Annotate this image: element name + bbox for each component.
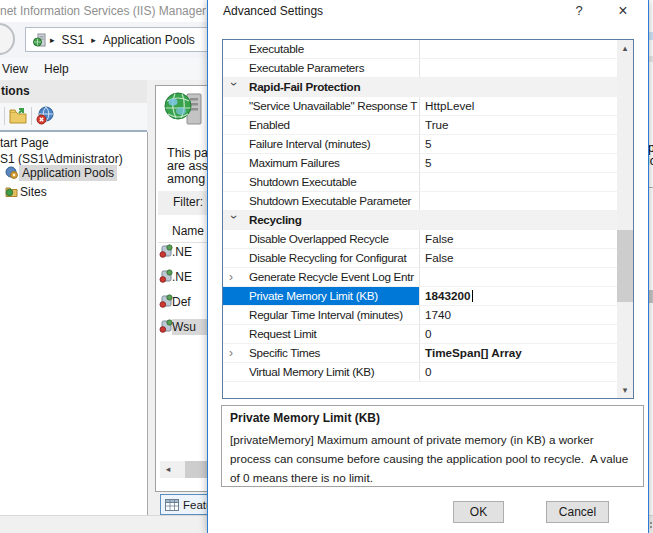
settings-row[interactable]: Executable: [223, 40, 617, 59]
setting-name: Private Memory Limit (KB): [249, 287, 419, 305]
settings-row[interactable]: Request Limit0: [223, 325, 617, 344]
list-item-app-pool[interactable]: .NE: [172, 244, 192, 260]
setting-value[interactable]: [609, 78, 617, 96]
connections-panel-title: tions: [1, 84, 30, 98]
settings-row[interactable]: Executable Parameters: [223, 59, 617, 78]
expand-icon[interactable]: ›: [223, 344, 249, 362]
setting-value[interactable]: [419, 59, 617, 77]
setting-name: "Service Unavailable" Response T: [249, 97, 419, 115]
setting-value[interactable]: 0: [419, 363, 617, 381]
setting-description-text: [privateMemory] Maximum amount of privat…: [230, 430, 634, 487]
settings-row[interactable]: Shutdown Executable Parameter: [223, 192, 617, 211]
settings-section-row[interactable]: ›Rapid-Fail Protection: [223, 78, 617, 97]
settings-row[interactable]: Disable Overlapped RecycleFalse: [223, 230, 617, 249]
settings-row[interactable]: ›Generate Recycle Event Log Entr: [223, 268, 617, 287]
setting-value[interactable]: 0: [419, 325, 617, 343]
setting-value[interactable]: 5: [419, 154, 617, 172]
setting-value[interactable]: HttpLevel: [419, 97, 617, 115]
setting-value[interactable]: 1740: [419, 306, 617, 324]
settings-row[interactable]: Shutdown Executable: [223, 173, 617, 192]
menu-help[interactable]: Help: [44, 62, 69, 76]
tree-item-application-pools[interactable]: Application Pools: [19, 165, 117, 181]
tree-item-start-page[interactable]: tart Page: [0, 135, 49, 151]
settings-row[interactable]: "Service Unavailable" Response THttpLeve…: [223, 97, 617, 116]
list-item-app-pool[interactable]: Def: [172, 294, 191, 310]
intro-text-line: among: [167, 172, 205, 186]
setting-value[interactable]: False: [419, 230, 617, 248]
settings-row[interactable]: Private Memory Limit (KB)1843200: [223, 287, 617, 306]
back-button[interactable]: [0, 23, 15, 55]
connections-panel-header: tions: [0, 80, 147, 104]
application-pools-page-icon: [163, 90, 205, 132]
setting-value[interactable]: [609, 211, 617, 229]
setting-name: Maximum Failures: [249, 154, 419, 172]
collapse-icon[interactable]: ›: [223, 78, 249, 96]
settings-row[interactable]: Regular Time Interval (minutes)1740: [223, 306, 617, 325]
app-pool-item-icon: [159, 319, 173, 333]
settings-row[interactable]: Virtual Memory Limit (KB)0: [223, 363, 617, 382]
vertical-scrollbar[interactable]: ▴ ▾: [617, 40, 633, 398]
scroll-up-icon[interactable]: ▴: [617, 40, 633, 56]
setting-value[interactable]: [419, 173, 617, 191]
setting-name: Executable Parameters: [249, 59, 419, 77]
setting-name: Generate Recycle Event Log Entr: [249, 268, 419, 286]
list-column-header-name[interactable]: Name: [172, 224, 204, 238]
connections-toolbar: [0, 103, 147, 130]
scroll-left-icon[interactable]: ◂: [160, 461, 176, 478]
setting-value[interactable]: 1843200: [419, 287, 617, 305]
setting-name: Failure Interval (minutes): [249, 135, 419, 153]
setting-description-panel: Private Memory Limit (KB) [privateMemory…: [221, 405, 644, 487]
settings-row[interactable]: Maximum Failures5: [223, 154, 617, 173]
breadcrumb-item-server[interactable]: SS1: [62, 33, 85, 47]
new-connection-folder-icon[interactable]: [9, 107, 27, 124]
close-icon[interactable]: ×: [610, 0, 636, 22]
toolbar-separator: [31, 107, 32, 125]
row-gutter: [223, 97, 249, 115]
setting-value[interactable]: [419, 192, 617, 210]
setting-name: Request Limit: [249, 325, 419, 343]
text-cursor: [472, 290, 473, 302]
features-view-icon: [165, 499, 179, 511]
settings-section-row[interactable]: ›Recycling: [223, 211, 617, 230]
setting-name: Disable Recycling for Configurat: [249, 249, 419, 267]
screen: net Information Services (IIS) Manager ▸…: [0, 0, 653, 533]
settings-row[interactable]: Disable Recycling for ConfiguratFalse: [223, 249, 617, 268]
row-gutter: [223, 59, 249, 77]
row-gutter: [223, 287, 249, 305]
collapse-icon[interactable]: ›: [223, 211, 249, 229]
setting-value[interactable]: [419, 40, 617, 58]
sites-icon: [5, 184, 18, 197]
setting-value[interactable]: True: [419, 116, 617, 134]
filter-label: Filter:: [173, 195, 203, 209]
setting-name: Rapid-Fail Protection: [249, 78, 609, 96]
setting-value[interactable]: 5: [419, 135, 617, 153]
row-gutter: [223, 173, 249, 191]
scrollbar-thumb[interactable]: [617, 230, 633, 302]
tree-item-sites[interactable]: Sites: [20, 184, 47, 200]
ok-button[interactable]: OK: [453, 501, 504, 523]
row-gutter: [223, 135, 249, 153]
row-gutter: [223, 230, 249, 248]
menu-view[interactable]: View: [2, 62, 28, 76]
setting-value[interactable]: TimeSpan[] Array: [419, 344, 617, 362]
toolbar-separator: [4, 107, 5, 125]
dialog-title: Advanced Settings: [223, 4, 323, 18]
expand-icon[interactable]: ›: [223, 268, 249, 286]
list-item-app-pool-selected[interactable]: Wsu: [172, 319, 210, 335]
connections-tree: tart Page S1 (SS1\Administrator) Applica…: [0, 132, 148, 516]
setting-name: Disable Overlapped Recycle: [249, 230, 419, 248]
app-pool-item-icon: [159, 294, 173, 308]
setting-value[interactable]: False: [419, 249, 617, 267]
help-icon[interactable]: ?: [571, 3, 587, 21]
site-icon: [33, 33, 47, 47]
cancel-button[interactable]: Cancel: [546, 501, 609, 523]
settings-row[interactable]: Failure Interval (minutes)5: [223, 135, 617, 154]
setting-value[interactable]: [419, 268, 617, 286]
settings-row[interactable]: EnabledTrue: [223, 116, 617, 135]
list-item-app-pool[interactable]: .NE: [172, 269, 192, 285]
connection-globe-error-icon[interactable]: [36, 106, 55, 125]
breadcrumb-item-app-pools[interactable]: Application Pools: [103, 33, 195, 47]
application-pools-icon: [5, 166, 18, 179]
settings-row[interactable]: ›Specific TimesTimeSpan[] Array: [223, 344, 617, 363]
scroll-down-icon[interactable]: ▾: [617, 382, 633, 398]
